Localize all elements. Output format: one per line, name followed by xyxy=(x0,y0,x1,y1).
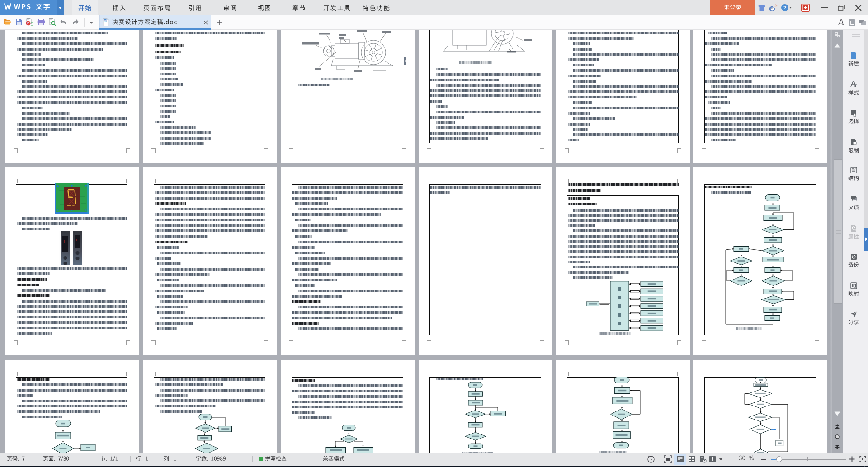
svg-text:?: ? xyxy=(783,5,787,10)
svg-text:P: P xyxy=(27,22,29,25)
svg-text:W: W xyxy=(104,19,107,22)
